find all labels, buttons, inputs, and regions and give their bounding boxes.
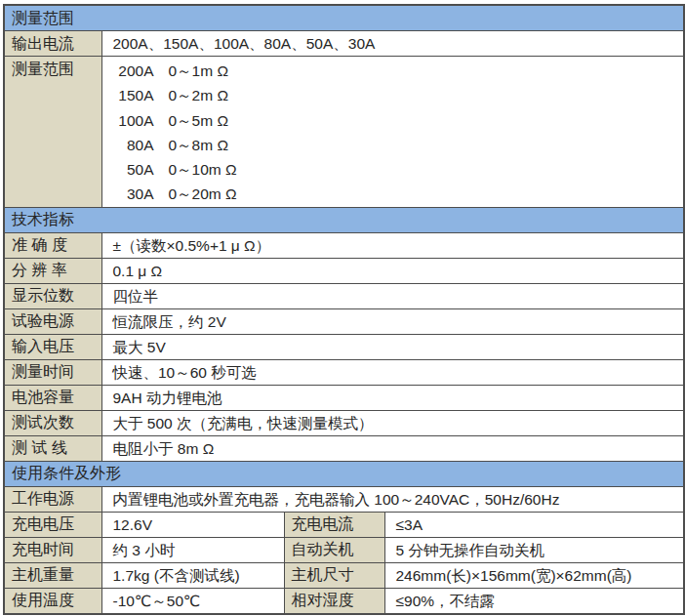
table-row: 输入电压 最大 5V xyxy=(4,334,684,359)
spec-row-value: 四位半 xyxy=(101,283,684,308)
table-row: 分 辨 率 0.1 μ Ω xyxy=(4,258,684,283)
spec-row-value: 9AH 动力锂电池 xyxy=(101,385,684,410)
pair-row-label: 相对湿度 xyxy=(284,588,384,614)
range-current: 30A xyxy=(113,182,154,206)
spec-row-value: ±（读数×0.5%+1 μ Ω） xyxy=(101,232,684,258)
range-value: 0～1m Ω xyxy=(169,62,229,79)
spec-row-label: 测试次数 xyxy=(4,410,101,435)
table-row: 电池容量 9AH 动力锂电池 xyxy=(4,385,684,410)
value-measure-range: 200A0～1m Ω 150A0～2m Ω 100A0～5m Ω 80A0～8m… xyxy=(101,57,684,208)
range-line: 30A0～20m Ω xyxy=(113,182,682,206)
spec-row-value: 恒流限压，约 2V xyxy=(101,308,684,334)
table-row: 充电电压 12.6V 充电电流 ≤3A xyxy=(4,512,684,537)
spec-row-value: 最大 5V xyxy=(101,334,684,359)
table-row: 充电时间 约 3 小时 自动关机 5 分钟无操作自动关机 xyxy=(4,537,684,562)
spec-row-label: 试验电源 xyxy=(4,308,101,334)
pair-row-label: 主机尺寸 xyxy=(284,562,384,588)
spec-row-label: 测量时间 xyxy=(4,359,101,385)
table-row: 测量时间 快速、10～60 秒可选 xyxy=(4,359,684,385)
table-row: 试验电源 恒流限压，约 2V xyxy=(4,308,684,334)
pair-row-value: 5 分钟无操作自动关机 xyxy=(384,537,684,562)
range-line: 150A0～2m Ω xyxy=(113,83,682,107)
pair-row-label: 充电时间 xyxy=(4,537,101,562)
pair-row-value: ≤3A xyxy=(384,512,684,537)
label-working-power: 工作电源 xyxy=(4,486,101,512)
value-output-current: 200A、150A、100A、80A、50A、30A xyxy=(101,31,684,57)
range-line: 100A0～5m Ω xyxy=(113,108,682,133)
range-value: 0～20m Ω xyxy=(169,185,237,202)
section-row: 测量范围 xyxy=(4,5,684,31)
table-row: 主机重量 1.7kg (不含测试线) 主机尺寸 246mm(长)×156mm(宽… xyxy=(4,562,684,588)
range-current: 100A xyxy=(113,108,154,133)
value-working-power: 内置锂电池或外置充电器，充电器输入 100～240VAC，50Hz/60Hz xyxy=(101,486,684,512)
spec-row-value: 大于 500 次（充满电，快速测量模式） xyxy=(101,410,684,435)
pair-row-label: 充电电压 xyxy=(4,512,101,537)
pair-row-label: 使用温度 xyxy=(4,588,101,614)
pair-row-value: 1.7kg (不含测试线) xyxy=(101,562,284,588)
spec-row-label: 测 试 线 xyxy=(4,435,101,461)
spec-table: 测量范围 输出电流 200A、150A、100A、80A、50A、30A 测量范… xyxy=(3,4,685,615)
table-row: 准 确 度 ±（读数×0.5%+1 μ Ω） xyxy=(4,232,684,258)
table-row: 使用温度 -10℃～50℃ 相对湿度 ≤90%，不结露 xyxy=(4,588,684,614)
table-row: 输出电流 200A、150A、100A、80A、50A、30A xyxy=(4,31,684,57)
section-row: 技术指标 xyxy=(4,207,684,232)
range-value: 0～10m Ω xyxy=(169,161,237,178)
range-value: 0～5m Ω xyxy=(169,112,229,129)
label-measure-range: 测量范围 xyxy=(4,57,101,208)
table-row: 测 试 线 电阻小于 8m Ω xyxy=(4,435,684,461)
pair-row-value: ≤90%，不结露 xyxy=(384,588,684,614)
table-row: 测试次数 大于 500 次（充满电，快速测量模式） xyxy=(4,410,684,435)
spec-row-label: 准 确 度 xyxy=(4,232,101,258)
label-output-current: 输出电流 xyxy=(4,31,101,57)
spec-row-label: 显示位数 xyxy=(4,283,101,308)
range-current: 50A xyxy=(113,157,154,182)
section-header-tech-specs: 技术指标 xyxy=(4,207,684,232)
table-row: 工作电源 内置锂电池或外置充电器，充电器输入 100～240VAC，50Hz/6… xyxy=(4,486,684,512)
spec-row-value: 0.1 μ Ω xyxy=(101,258,684,283)
spec-row-label: 电池容量 xyxy=(4,385,101,410)
range-current: 150A xyxy=(113,83,154,107)
range-line: 200A0～1m Ω xyxy=(113,59,682,83)
section-header-usage-conditions: 使用条件及外形 xyxy=(4,461,684,486)
pair-row-label: 充电电流 xyxy=(284,512,384,537)
spec-row-value: 快速、10～60 秒可选 xyxy=(101,359,684,385)
range-current: 200A xyxy=(113,59,154,83)
spec-row-value: 电阻小于 8m Ω xyxy=(101,435,684,461)
section-header-measure-range: 测量范围 xyxy=(4,5,684,31)
pair-row-label: 主机重量 xyxy=(4,562,101,588)
range-line: 50A0～10m Ω xyxy=(113,157,682,182)
pair-row-value: 约 3 小时 xyxy=(101,537,284,562)
page: 测量范围 输出电流 200A、150A、100A、80A、50A、30A 测量范… xyxy=(0,0,685,615)
table-row: 显示位数 四位半 xyxy=(4,283,684,308)
range-current: 80A xyxy=(113,133,154,157)
pair-row-value: 246mm(长)×156mm(宽)×62mm(高) xyxy=(384,562,684,588)
pair-row-label: 自动关机 xyxy=(284,537,384,562)
range-value: 0～2m Ω xyxy=(169,87,229,103)
table-row: 测量范围 200A0～1m Ω 150A0～2m Ω 100A0～5m Ω 80… xyxy=(4,57,684,208)
pair-row-value: -10℃～50℃ xyxy=(101,588,284,614)
pair-row-value: 12.6V xyxy=(101,512,284,537)
section-row: 使用条件及外形 xyxy=(4,461,684,486)
spec-row-label: 输入电压 xyxy=(4,334,101,359)
range-line: 80A0～8m Ω xyxy=(113,133,682,157)
range-value: 0～8m Ω xyxy=(169,137,229,153)
spec-row-label: 分 辨 率 xyxy=(4,258,101,283)
